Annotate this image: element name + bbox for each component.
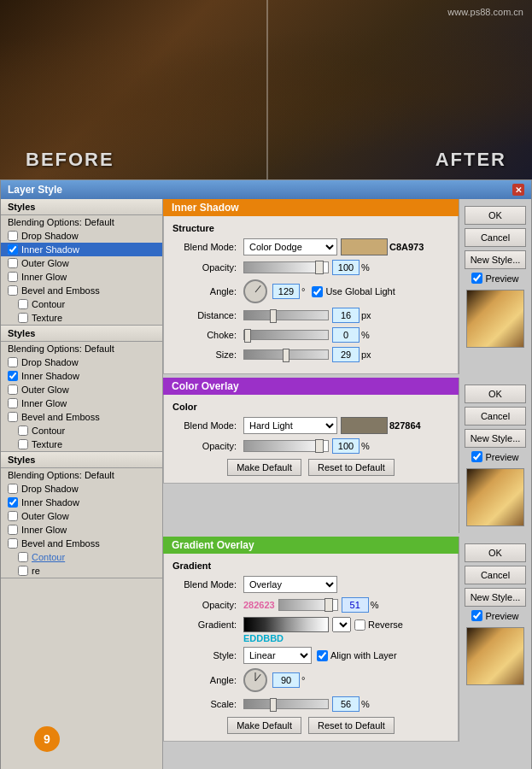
panels-area: Inner Shadow Structure Blend Mode: Color…	[163, 199, 531, 769]
sidebar-contour-2[interactable]: Contour	[1, 424, 162, 437]
new-style-button-3[interactable]: New Style...	[465, 588, 526, 607]
angle-dial-3[interactable]	[243, 668, 267, 692]
outer-glow-check-2[interactable]	[8, 384, 18, 395]
sidebar-blending-options-2[interactable]: Blending Options: Default	[1, 342, 162, 355]
reverse-label[interactable]: Reverse	[354, 619, 403, 631]
gradient-dropdown[interactable]: ▼	[332, 617, 351, 632]
angle-dial-1[interactable]	[243, 279, 267, 303]
size-input-1[interactable]	[332, 347, 360, 362]
new-style-button-1[interactable]: New Style...	[465, 250, 526, 269]
choke-slider-1[interactable]	[243, 330, 329, 340]
sidebar-outer-glow-2[interactable]: Outer Glow	[1, 383, 162, 396]
sidebar-drop-shadow-3[interactable]: Drop Shadow	[1, 482, 162, 496]
opacity-slider-3[interactable]	[278, 599, 338, 611]
gradient-bar[interactable]	[243, 617, 329, 632]
blending-label-3: Blending Options: Default	[8, 470, 114, 480]
ok-button-2[interactable]: OK	[465, 384, 526, 403]
sidebar-bevel-emboss-2[interactable]: Bevel and Emboss	[1, 410, 162, 424]
sidebar-inner-glow-3[interactable]: Inner Glow	[1, 523, 162, 537]
use-global-light-label[interactable]: Use Global Light	[312, 286, 395, 297]
outer-glow-check-1[interactable]	[8, 258, 18, 268]
sidebar-outer-glow-1[interactable]: Outer Glow	[1, 256, 162, 270]
before-label: BEFORE	[26, 149, 114, 171]
inner-shadow-check-1[interactable]	[8, 244, 18, 255]
close-button[interactable]: ✕	[512, 184, 524, 196]
ok-button-3[interactable]: OK	[465, 543, 526, 562]
scale-percent: %	[361, 699, 370, 709]
inner-shadow-check-2[interactable]	[8, 371, 18, 381]
drop-shadow-check-3[interactable]	[8, 484, 18, 494]
blend-mode-select-2[interactable]: Hard Light	[243, 417, 337, 434]
new-style-button-2[interactable]: New Style...	[465, 429, 526, 448]
reset-default-btn-2[interactable]: Reset to Default	[308, 459, 395, 476]
blend-mode-select-1[interactable]: Color Dodge	[243, 238, 337, 255]
opacity-input-2[interactable]	[332, 438, 360, 454]
inner-glow-check-2[interactable]	[8, 398, 18, 408]
size-slider-1[interactable]	[243, 349, 329, 360]
inner-shadow-check-3[interactable]	[8, 497, 18, 508]
distance-slider-1[interactable]	[243, 310, 329, 320]
ok-button-1[interactable]: OK	[465, 206, 526, 225]
re-label-3: re	[32, 566, 40, 576]
sidebar-drop-shadow-1[interactable]: Drop Shadow	[1, 229, 162, 243]
sidebar-inner-shadow-3[interactable]: Inner Shadow	[1, 496, 162, 509]
sidebar-blending-options-3[interactable]: Blending Options: Default	[1, 468, 162, 482]
sidebar-contour-3[interactable]: Contour	[1, 550, 162, 564]
contour-check-3[interactable]	[18, 552, 28, 562]
texture-check-2[interactable]	[18, 439, 28, 449]
contour-check-2[interactable]	[18, 426, 28, 436]
outer-glow-check-3[interactable]	[8, 511, 18, 521]
style-select[interactable]: Linear	[243, 647, 312, 664]
sidebar-inner-shadow-1[interactable]: Inner Shadow	[1, 243, 162, 256]
sidebar-blending-options-1[interactable]: Blending Options: Default	[1, 215, 162, 229]
sidebar-outer-glow-3[interactable]: Outer Glow	[1, 509, 162, 523]
sidebar-texture-1[interactable]: Texture	[1, 311, 162, 325]
sidebar-re-3[interactable]: re	[1, 564, 162, 578]
preview-check-1[interactable]	[471, 273, 482, 284]
inner-glow-check-1[interactable]	[8, 272, 18, 282]
align-layer-check[interactable]	[317, 650, 328, 661]
opacity-input-3[interactable]	[342, 597, 369, 613]
cancel-button-3[interactable]: Cancel	[465, 566, 526, 584]
scale-slider[interactable]	[243, 699, 329, 709]
cancel-button-1[interactable]: Cancel	[465, 228, 526, 247]
use-global-light-check[interactable]	[312, 286, 323, 297]
sidebar-bevel-emboss-3[interactable]: Bevel and Emboss	[1, 537, 162, 550]
color-swatch-1[interactable]	[341, 238, 388, 255]
sidebar-bevel-emboss-1[interactable]: Bevel and Emboss	[1, 284, 162, 297]
cancel-button-2[interactable]: Cancel	[465, 407, 526, 426]
re-check-3[interactable]	[18, 566, 28, 576]
drop-shadow-check-1[interactable]	[8, 231, 18, 241]
angle-input-3[interactable]	[272, 672, 300, 688]
reset-default-btn-3[interactable]: Reset to Default	[308, 717, 395, 734]
make-default-btn-3[interactable]: Make Default	[227, 717, 301, 734]
align-layer-label[interactable]: Align with Layer	[317, 650, 397, 661]
texture-check-1[interactable]	[18, 313, 28, 323]
sidebar-inner-shadow-2[interactable]: Inner Shadow	[1, 369, 162, 383]
opacity-slider-2[interactable]	[243, 440, 329, 452]
sidebar-inner-glow-1[interactable]: Inner Glow	[1, 270, 162, 284]
inner-glow-check-3[interactable]	[8, 525, 18, 535]
scale-input[interactable]	[332, 696, 360, 712]
sidebar-inner-glow-2[interactable]: Inner Glow	[1, 396, 162, 410]
bevel-emboss-check-2[interactable]	[8, 412, 18, 422]
preview-check-3[interactable]	[471, 610, 482, 621]
drop-shadow-label-2: Drop Shadow	[21, 357, 79, 367]
color-swatch-2[interactable]	[341, 417, 388, 434]
angle-input-1[interactable]	[272, 284, 300, 299]
drop-shadow-check-2[interactable]	[8, 357, 18, 367]
opacity-slider-1[interactable]	[243, 261, 329, 273]
sidebar-contour-1[interactable]: Contour	[1, 297, 162, 311]
reverse-check[interactable]	[354, 619, 365, 631]
sidebar-texture-2[interactable]: Texture	[1, 437, 162, 451]
choke-input-1[interactable]	[332, 327, 360, 343]
bevel-emboss-check-1[interactable]	[8, 285, 18, 296]
sidebar-drop-shadow-2[interactable]: Drop Shadow	[1, 355, 162, 369]
blend-mode-select-3[interactable]: Overlay	[243, 576, 337, 593]
preview-check-2[interactable]	[471, 451, 482, 462]
bevel-emboss-check-3[interactable]	[8, 538, 18, 549]
opacity-input-1[interactable]	[332, 260, 360, 275]
distance-input-1[interactable]	[332, 308, 360, 323]
contour-check-1[interactable]	[18, 299, 28, 309]
make-default-btn-2[interactable]: Make Default	[227, 459, 301, 476]
